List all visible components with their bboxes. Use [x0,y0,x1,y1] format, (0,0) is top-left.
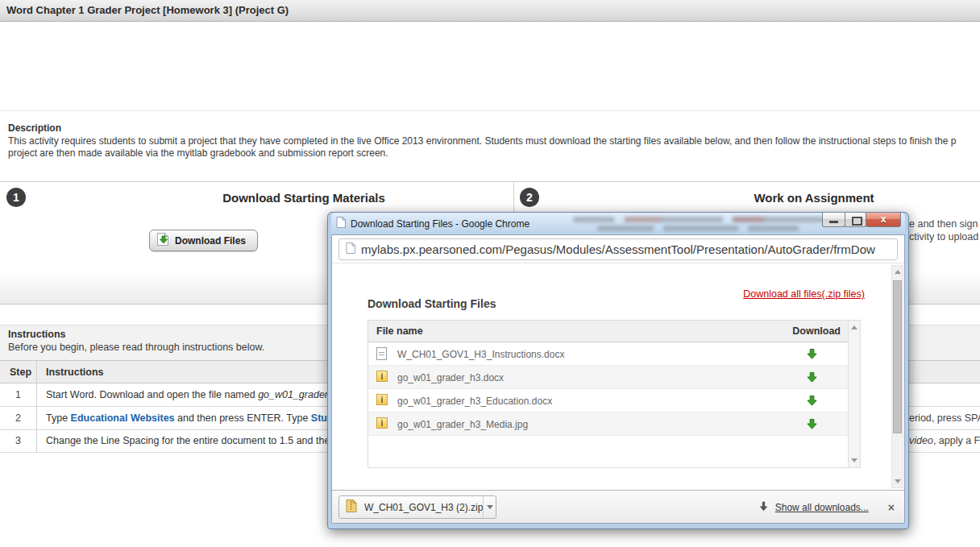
column-header-step: Step [10,367,31,378]
scrollbar-thumb[interactable] [893,280,902,433]
file-row: i go_w01_grader_h3.docx [368,366,860,389]
step-number: 3 [0,435,36,446]
step2-title: Work on Assignment [513,191,980,205]
info-icon: i [376,371,388,382]
file-name: go_w01_grader_h3.docx [397,372,504,383]
table-scrollbar[interactable] [848,321,860,467]
maximize-button[interactable] [845,213,866,227]
popup-title-bar[interactable]: Download Starting Files - Google Chrome … [331,213,905,234]
description-text-line2: project are then made available via the … [8,147,388,159]
close-downloads-bar-icon[interactable]: × [888,502,895,513]
file-name: go_w01_grader_h3_Education.docx [397,396,552,407]
chip-dropdown[interactable] [483,496,496,518]
scroll-up-icon[interactable] [895,270,901,274]
popup-body: mylabs.px.pearsoned.com/Pegasus/Modules/… [331,234,905,524]
close-button[interactable]: x [866,213,901,227]
download-files-label: Download Files [175,235,246,247]
file-name: go_w01_grader_h3_Media.jpg [397,419,528,430]
file-table: File name Download W_CH01_GOV1_H3_Instru… [368,320,861,468]
step-instruction-text: Start Word. Download and open the file n… [46,389,334,400]
instruction-text: Type [46,412,71,424]
scroll-down-icon[interactable] [851,458,858,462]
download-arrow-icon[interactable] [806,395,818,410]
window-scrollbar[interactable] [891,265,903,488]
url-row: mylabs.px.pearsoned.com/Pegasus/Modules/… [332,235,904,263]
scroll-up-icon[interactable] [851,325,858,329]
column-header-file-name: File name [376,325,423,337]
instructions-heading: Instructions [8,329,66,340]
step-number: 1 [0,389,36,400]
blurred-background-text [573,217,831,222]
column-header-download: Download [792,325,841,337]
description-text-line1: This activity requires students to submi… [8,135,980,147]
instruction-text: and then press ENTER. Type [175,412,311,424]
download-files-button[interactable]: Download Files [149,230,258,251]
step2-text-fragment: e and then sign o [909,218,980,230]
download-arrow-icon [758,500,769,515]
instruction-text-fragment: eriod, press SPAC [909,412,980,424]
instruction-link[interactable]: Educational Websites [71,412,175,424]
downloads-bar-right: Show all downloads... × [758,491,895,524]
zip-file-icon [339,499,357,516]
download-file-icon [156,233,169,248]
screen: Word Chapter 1 Grader Project [Homework … [0,0,980,547]
instruction-text: , apply a Fir [933,435,980,446]
page-icon [346,242,355,257]
download-all-link[interactable]: Download all files(.zip files) [743,288,865,300]
file-row: i go_w01_grader_h3_Education.docx [368,389,860,412]
instruction-text: Start Word. Download and open the file n… [46,389,258,400]
instruction-filename: go_w01_grader_ [258,389,334,400]
blurred-background-text [597,226,799,231]
divider [0,110,980,111]
minimize-button[interactable] [822,213,845,227]
show-all-downloads-link[interactable]: Show all downloads... [775,502,869,513]
url-text: mylabs.px.pearsoned.com/Pegasus/Modules/… [361,242,875,256]
step-instruction-text: Type Educational Websites and then press… [46,412,343,424]
column-header-instructions: Instructions [46,367,104,378]
step-number: 2 [0,412,36,424]
chevron-down-icon [487,505,493,509]
page-icon [336,217,346,231]
file-table-header: File name Download [368,321,860,342]
address-bar[interactable]: mylabs.px.pearsoned.com/Pegasus/Modules/… [338,238,898,260]
file-name: W_CH01_GOV1_H3_Instructions.docx [397,349,564,360]
description-heading: Description [8,122,61,134]
file-row: i go_w01_grader_h3_Media.jpg [368,412,860,436]
download-popup-window: Download Starting Files - Google Chrome … [327,212,909,529]
downloads-bar: W_CH01_GOV1_H3 (2).zip Show all download… [332,490,904,524]
popup-content: Download Starting Files Download all fil… [332,263,904,490]
file-row: W_CH01_GOV1_H3_Instructions.docx [368,342,860,366]
download-arrow-icon[interactable] [806,418,818,433]
step-instruction-text: Change the Line Spacing for the entire d… [46,435,338,446]
instruction-text-fragment: video, apply a Fir [909,435,980,446]
popup-window-title: Download Starting Files - Google Chrome [351,218,529,230]
window-controls: x [823,213,901,227]
instructions-subheading: Before you begin, please read through in… [8,342,264,353]
instruction-text: video [909,435,933,446]
info-icon: i [376,394,388,405]
info-icon: i [376,417,388,429]
document-icon [376,347,387,360]
downloaded-file-chip[interactable]: W_CH01_GOV1_H3 (2).zip [338,495,496,519]
download-arrow-icon[interactable] [806,371,818,387]
downloaded-file-name: W_CH01_GOV1_H3 (2).zip [357,502,483,513]
popup-heading: Download Starting Files [368,297,496,310]
step2-text-fragment: ctivity to upload th [909,231,980,242]
page-title: Word Chapter 1 Grader Project [Homework … [0,0,980,22]
download-arrow-icon[interactable] [806,348,818,363]
scroll-down-icon[interactable] [895,479,901,483]
